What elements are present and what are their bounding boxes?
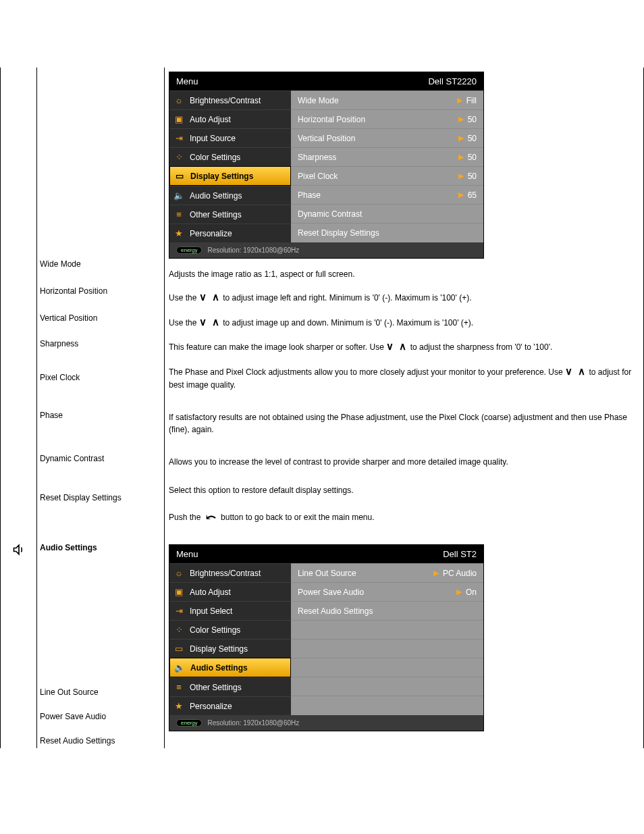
opt-reset-audio[interactable]: Reset Audio Settings (291, 601, 483, 620)
osd-title: Menu (176, 549, 198, 559)
opt-horizontal-position[interactable]: Horizontal Position▶50 (291, 109, 483, 128)
osd-display-settings: Menu Dell ST2220 ☼Brightness/Contrast ▣A… (169, 72, 484, 259)
speaker-icon (12, 550, 26, 558)
arrow-right-icon: ▶ (458, 134, 464, 142)
osd-audio-settings: Menu Dell ST2 ☼Brightness/Contrast ▣Auto… (169, 544, 484, 731)
desc-wide: Adjusts the image ratio as 1:1, aspect o… (169, 268, 639, 280)
menu-brightness-contrast[interactable]: ☼Brightness/Contrast (169, 563, 291, 582)
opt-line-out-source[interactable]: Line Out Source▶PC Audio (291, 563, 483, 582)
menu-input-source[interactable]: ⇥Input Source (169, 128, 291, 147)
down-up-chevron-icon: ∨ ∧ (565, 365, 587, 377)
menu-input-select[interactable]: ⇥Input Select (169, 601, 291, 620)
arrow-right-icon: ▶ (456, 588, 462, 596)
auto-adjust-icon: ▣ (173, 587, 184, 597)
energy-badge-icon: energy (176, 246, 202, 254)
menu-color-settings[interactable]: ⁘Color Settings (169, 147, 291, 166)
menu-personalize[interactable]: ★Personalize (169, 224, 291, 242)
row-labels-audio: Audio Settings Line Out Source Power Sav… (37, 540, 165, 748)
menu-brightness-contrast[interactable]: ☼Brightness/Contrast (169, 90, 291, 109)
arrow-right-icon: ▶ (458, 115, 464, 124)
down-up-chevron-icon: ∨ ∧ (386, 340, 408, 352)
desc-pixel: The Phase and Pixel Clock adjustments al… (169, 364, 639, 392)
menu-personalize[interactable]: ★Personalize (169, 696, 291, 715)
menu-color-settings[interactable]: ⁘Color Settings (169, 620, 291, 639)
osd-title: Menu (176, 76, 198, 86)
label-psave: Power Save Audio (40, 712, 161, 721)
desc-phase: If satisfactory results are not obtained… (169, 411, 639, 436)
osd-model: Dell ST2220 (428, 76, 477, 86)
opt-pixel-clock[interactable]: Pixel Clock▶50 (291, 166, 483, 185)
label-pixel: Pixel Clock (40, 373, 161, 382)
desc-sharp: This feature can make the image look sha… (169, 339, 639, 355)
auto-adjust-icon: ▣ (173, 114, 184, 124)
audio-icon: 🔈 (173, 190, 184, 201)
label-sharp: Sharpness (40, 339, 161, 348)
opt-dynamic-contrast[interactable]: Dynamic Contrast (291, 204, 483, 223)
audio-icon: 🔈 (174, 662, 185, 673)
opt-reset-display[interactable]: Reset Display Settings (291, 223, 483, 242)
arrow-right-icon: ▶ (458, 172, 464, 180)
color-icon: ⁘ (173, 625, 184, 635)
arrow-right-icon: ▶ (457, 96, 462, 105)
arrow-right-icon: ▶ (433, 569, 439, 577)
brightness-icon: ☼ (173, 95, 184, 105)
brightness-icon: ☼ (173, 568, 184, 578)
input-icon: ⇥ (173, 606, 184, 616)
display-icon: ▭ (173, 644, 184, 654)
opt-power-save-audio[interactable]: Power Save Audio▶On (291, 582, 483, 601)
energy-badge-icon: energy (176, 719, 202, 727)
osd-footer-resolution: Resolution: 1920x1080@60Hz (207, 719, 299, 727)
label-raudio: Reset Audio Settings (40, 736, 161, 746)
desc-vpos: Use the ∨ ∧ to adjust image up and down.… (169, 315, 639, 330)
star-icon: ★ (173, 228, 184, 238)
menu-display-settings[interactable]: ▭Display Settings (169, 166, 291, 186)
return-back-icon: ⤺ (206, 509, 216, 527)
arrow-right-icon: ▶ (458, 153, 464, 161)
desc-reset: Select this option to restore default di… (169, 484, 639, 527)
down-up-chevron-icon: ∨ ∧ (199, 291, 221, 303)
desc-dyn: Allows you to increase the level of cont… (169, 456, 639, 468)
label-audio: Audio Settings (40, 543, 161, 552)
color-icon: ⁘ (173, 152, 184, 162)
down-up-chevron-icon: ∨ ∧ (199, 316, 221, 328)
opt-vertical-position[interactable]: Vertical Position▶50 (291, 128, 483, 147)
menu-other-settings[interactable]: ≡Other Settings (169, 205, 291, 224)
menu-auto-adjust[interactable]: ▣Auto Adjust (169, 582, 291, 601)
label-vpos: Vertical Position (40, 313, 161, 323)
osd-footer-resolution: Resolution: 1920x1080@60Hz (207, 246, 299, 254)
menu-audio-settings[interactable]: 🔈Audio Settings (169, 658, 291, 677)
input-icon: ⇥ (173, 133, 184, 143)
other-icon: ≡ (173, 209, 184, 219)
label-dyn: Dynamic Contrast (40, 454, 161, 463)
label-wide: Wide Mode (40, 259, 161, 269)
label-phase: Phase (40, 411, 161, 420)
other-icon: ≡ (173, 682, 184, 692)
menu-audio-settings[interactable]: 🔈Audio Settings (169, 186, 291, 205)
star-icon: ★ (173, 701, 184, 711)
arrow-right-icon: ▶ (458, 190, 464, 199)
menu-other-settings[interactable]: ≡Other Settings (169, 677, 291, 696)
opt-wide-mode[interactable]: Wide Mode▶Fill (291, 90, 483, 109)
menu-display-settings[interactable]: ▭Display Settings (169, 639, 291, 658)
desc-hpos: Use the ∨ ∧ to adjust image left and rig… (169, 290, 639, 305)
row-labels-display: Wide Mode Horizontal Position Vertical P… (37, 68, 165, 540)
label-reset: Reset Display Settings (40, 493, 161, 502)
row-icon-cell (1, 68, 37, 540)
opt-sharpness[interactable]: Sharpness▶50 (291, 147, 483, 166)
label-line-out: Line Out Source (40, 687, 161, 697)
opt-phase[interactable]: Phase▶65 (291, 185, 483, 204)
label-hpos: Horizontal Position (40, 286, 161, 296)
menu-auto-adjust[interactable]: ▣Auto Adjust (169, 109, 291, 128)
osd-model: Dell ST2 (443, 549, 477, 559)
display-icon: ▭ (174, 171, 185, 181)
